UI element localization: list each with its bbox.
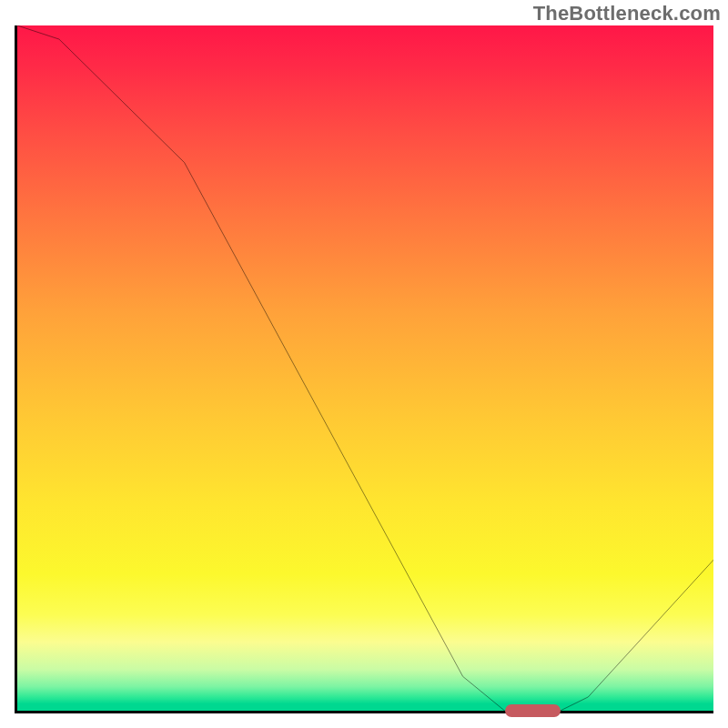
optimal-range-marker (505, 704, 561, 717)
watermark-text: TheBottleneck.com (533, 2, 721, 25)
bottleneck-curve (17, 25, 713, 711)
chart-canvas: TheBottleneck.com (0, 0, 728, 728)
plot-frame (15, 25, 713, 713)
